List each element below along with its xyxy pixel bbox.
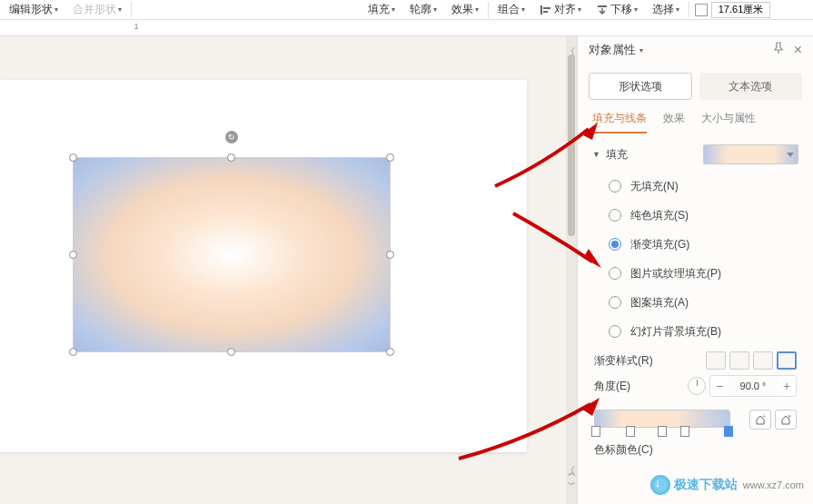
angle-increase[interactable]: +: [778, 376, 796, 396]
watermark-logo-icon: [650, 475, 670, 495]
collapse-chevron[interactable]: 《: [566, 464, 575, 477]
resize-handle-se[interactable]: [386, 348, 394, 356]
chevron-down-icon: ▾: [676, 5, 679, 14]
radio-label: 图案填充(A): [630, 295, 689, 311]
radio-gradient-fill[interactable]: 渐变填充(G): [609, 230, 798, 259]
resize-handle-n[interactable]: [227, 153, 235, 162]
gradient-stop[interactable]: [591, 426, 600, 437]
merge-shape-menu: 合并形状▾: [65, 2, 129, 17]
svg-rect-1: [543, 7, 550, 9]
resize-handle-w[interactable]: [69, 251, 77, 259]
pin-button[interactable]: [772, 42, 785, 58]
tab-shape-options[interactable]: 形状选项: [589, 73, 692, 100]
sub-tabs: 填充与线条 效果 大小与属性: [578, 104, 813, 133]
radio-solid-fill[interactable]: 纯色填充(S): [609, 201, 798, 230]
separator: [689, 2, 689, 18]
slide[interactable]: ↻: [0, 80, 527, 452]
house-x-icon: ×: [779, 413, 792, 426]
chevron-down-icon: ▾: [578, 5, 581, 14]
panel-title[interactable]: 对象属性▾: [589, 42, 643, 58]
fill-label: 填充: [606, 147, 628, 163]
radio-label: 渐变填充(G): [630, 237, 689, 252]
pin-icon: [772, 42, 785, 54]
subtab-fill-line[interactable]: 填充与线条: [592, 111, 647, 133]
fill-type-radios: 无填充(N) 纯色填充(S) 渐变填充(G) 图片或纹理填充(P) 图案填充(A…: [592, 164, 798, 346]
gradient-style-3[interactable]: [753, 351, 773, 370]
move-down-menu[interactable]: 下移▾: [589, 2, 645, 17]
tab-text-options[interactable]: 文本选项: [699, 73, 803, 100]
scrollbar-thumb[interactable]: [568, 54, 575, 236]
align-icon: [540, 4, 552, 16]
radio-icon: [609, 238, 621, 251]
lock-ratio-checkbox[interactable]: [695, 4, 708, 16]
angle-decrease[interactable]: −: [710, 376, 729, 396]
gradient-style-2[interactable]: [729, 351, 749, 370]
subtab-effect[interactable]: 效果: [663, 111, 685, 133]
fill-section-head[interactable]: ▼填充: [592, 144, 798, 164]
add-stop-button[interactable]: +: [749, 410, 771, 430]
move-down-icon: [596, 4, 609, 16]
gradient-stop-selected[interactable]: [724, 426, 733, 437]
stop-color-label: 色标颜色(C): [594, 442, 653, 458]
remove-stop-button[interactable]: ×: [775, 410, 797, 430]
align-menu[interactable]: 对齐▾: [532, 2, 589, 17]
toolbar: 编辑形状▾ 合并形状▾ 填充▾ 轮廓▾ 效果▾ 组合▾ 对齐▾ 下移▾ 选择▾: [0, 0, 813, 20]
svg-text:+: +: [762, 413, 766, 420]
svg-text:×: ×: [788, 413, 791, 420]
panel-header: 对象属性▾ ×: [578, 36, 813, 64]
resize-handle-e[interactable]: [386, 251, 394, 259]
ruler-horizontal: 1: [0, 20, 813, 36]
watermark: 极速下载站 www.xz7.com: [650, 475, 804, 495]
group-menu[interactable]: 组合▾: [491, 2, 532, 17]
gradient-stop[interactable]: [626, 426, 635, 437]
fill-menu[interactable]: 填充▾: [361, 2, 402, 17]
scroll-down-button[interactable]: ︾: [566, 479, 577, 491]
chevron-down-icon: ▾: [521, 5, 525, 14]
chevron-down-icon: ▾: [392, 5, 395, 14]
outline-menu[interactable]: 轮廓▾: [402, 2, 444, 17]
collapse-chevron[interactable]: 《: [566, 45, 575, 58]
gradient-style-options: [706, 351, 797, 370]
angle-spinner: − 90.0 ° +: [709, 375, 797, 397]
radio-icon: [609, 296, 621, 309]
resize-handle-ne[interactable]: [386, 153, 394, 162]
angle-value[interactable]: 90.0 °: [729, 380, 778, 391]
canvas-area[interactable]: ↻: [0, 36, 563, 504]
radio-slidebg-fill[interactable]: 幻灯片背景填充(B): [609, 317, 798, 346]
close-button[interactable]: ×: [794, 42, 802, 58]
house-plus-icon: +: [754, 413, 767, 426]
dimension-input[interactable]: [711, 2, 770, 18]
scrollbar-vertical[interactable]: ︽ ︾: [566, 36, 577, 504]
radio-picture-fill[interactable]: 图片或纹理填充(P): [609, 259, 798, 288]
effect-menu[interactable]: 效果▾: [444, 2, 486, 17]
select-menu[interactable]: 选择▾: [645, 2, 687, 17]
separator: [131, 2, 132, 18]
radio-pattern-fill[interactable]: 图案填充(A): [609, 288, 798, 317]
resize-handle-nw[interactable]: [69, 153, 77, 162]
radio-icon: [609, 209, 621, 222]
selected-shape[interactable]: ↻: [73, 157, 391, 352]
gradient-style-1[interactable]: [706, 351, 726, 370]
radio-icon: [609, 325, 621, 338]
fill-preview-dropdown[interactable]: [703, 144, 798, 164]
rotate-handle[interactable]: ↻: [225, 131, 238, 143]
gradient-stop[interactable]: [680, 426, 689, 437]
subtab-size[interactable]: 大小与属性: [701, 111, 756, 133]
gradient-bar[interactable]: [594, 410, 730, 428]
panel-tabs: 形状选项 文本选项: [578, 64, 813, 104]
svg-rect-3: [598, 5, 607, 7]
separator: [488, 2, 489, 18]
ruler-mark: 1: [134, 22, 138, 31]
resize-handle-sw[interactable]: [69, 348, 77, 356]
resize-handle-s[interactable]: [227, 348, 235, 356]
gradient-style-row: 渐变样式(R): [578, 346, 813, 370]
gradient-style-4[interactable]: [777, 351, 797, 370]
radio-label: 无填充(N): [630, 179, 679, 194]
radio-no-fill[interactable]: 无填充(N): [609, 172, 798, 201]
edit-shape-menu[interactable]: 编辑形状▾: [2, 2, 65, 17]
angle-dial[interactable]: [688, 377, 706, 395]
gradient-bar-row: + ×: [594, 410, 797, 428]
radio-icon: [609, 267, 621, 280]
gradient-style-label: 渐变样式(R): [594, 353, 653, 369]
gradient-stop[interactable]: [658, 426, 667, 437]
